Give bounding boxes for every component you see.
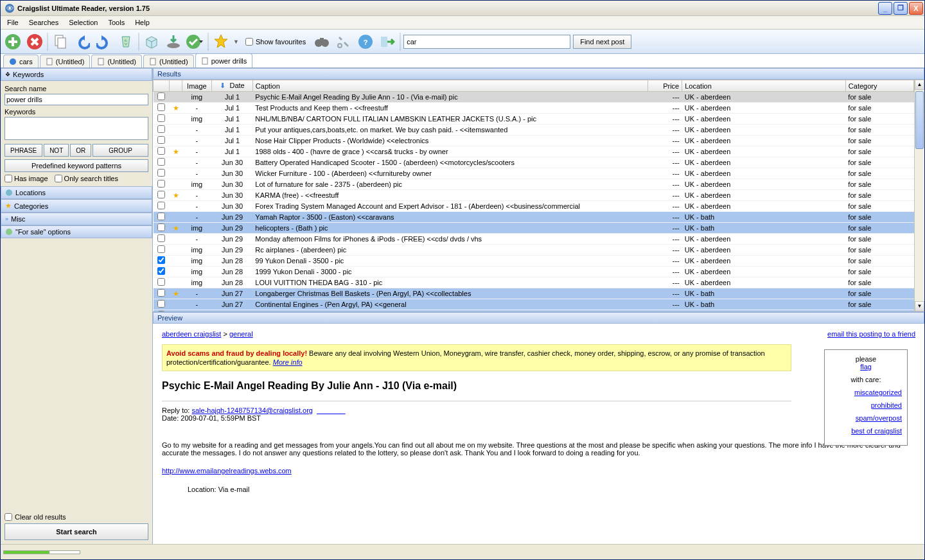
table-row[interactable]: imgJul 1NHL/MLB/NBA/ CARTOON FULL ITALIA… [154,114,914,125]
menu-searches[interactable]: Searches [25,17,62,28]
row-check[interactable] [157,245,165,253]
flag-link[interactable]: flag [830,363,902,371]
table-row[interactable]: -Jul 1Nose Hair Clipper Products - (Worl… [154,136,914,146]
binoculars-icon[interactable] [312,32,331,51]
star-icon[interactable]: ★ [173,191,179,199]
tab-0[interactable]: cars [3,55,39,67]
menu-tools[interactable]: Tools [104,17,128,28]
row-check[interactable] [157,125,165,133]
email-posting-link[interactable]: email this posting to a friend [827,330,915,338]
exit-button[interactable] [378,32,397,51]
search-name-input[interactable] [4,94,148,105]
col-caption[interactable]: Caption [252,80,648,92]
undo-button[interactable] [73,32,92,51]
categories-accordion[interactable]: ★Categories [1,199,152,213]
table-row[interactable]: ★-Jun 27Longaberger Christmas Bell Baske… [154,288,914,299]
col-location[interactable]: Location [682,80,846,92]
table-row[interactable]: -Jun 30Forex Trading System Managed Acco… [154,201,914,212]
maximize-button[interactable]: ❐ [894,2,908,15]
misc-accordion[interactable]: »Misc [1,213,152,225]
not-button[interactable]: NOT [44,144,69,157]
menu-help[interactable]: Help [131,17,154,28]
clear-old-check[interactable]: Clear old results [4,513,148,521]
close-button[interactable]: X [909,2,923,15]
table-row[interactable]: imgJun 2899 Yukon Denali - 3500 - pic---… [154,256,914,267]
flag-best[interactable]: best of craigslist [830,427,902,435]
table-row[interactable]: -Jun 29Yamah Raptor - 3500 - (Easton) <<… [154,212,914,223]
row-check[interactable] [157,92,165,100]
has-image-check[interactable]: Has image [4,175,48,182]
locations-accordion[interactable]: Locations [1,186,152,199]
col-star[interactable] [170,80,182,92]
flag-miscategorized[interactable]: miscategorized [830,389,902,396]
star-icon[interactable]: ★ [173,104,179,112]
row-check[interactable] [157,114,165,122]
table-row[interactable]: imgJun 28LOUI VUITTION THEDA BAG - 310 -… [154,277,914,288]
more-info-link[interactable]: More info [273,358,303,366]
table-row[interactable]: -Jun 30Battery Operated Handicaped Scoot… [154,157,914,168]
col-date[interactable]: ⬇ Date [212,80,253,92]
box-button[interactable] [142,32,161,51]
crumb-category[interactable]: general [229,330,253,338]
table-row[interactable]: imgJun 29Rc airplanes - (aberdeen) pic--… [154,245,914,256]
row-check[interactable] [157,213,165,220]
table-row[interactable]: ★-Jul 11988 olds - 400 - (havre de grace… [154,146,914,157]
row-check[interactable] [157,311,165,311]
favorite-button[interactable] [211,32,231,51]
row-check[interactable] [157,169,165,177]
ok-dropdown-button[interactable] [186,32,205,51]
tab-1[interactable]: (Untitled) [40,55,91,67]
tab-2[interactable]: (Untitled) [91,55,142,67]
table-row[interactable]: imgJun 30Lot of furnature for sale - 237… [154,179,914,190]
menu-selection[interactable]: Selection [65,17,101,28]
star-icon[interactable]: ★ [173,148,179,155]
redo-button[interactable] [94,32,114,51]
show-favourites-check[interactable]: Show favourites [245,38,306,46]
row-check[interactable] [157,300,165,308]
row-check[interactable] [157,103,165,111]
row-check[interactable] [157,278,165,286]
row-check[interactable] [157,202,165,209]
col-image[interactable]: Image [182,80,212,92]
table-row[interactable]: imgJun 281999 Yukon Denali - 3000 - pic-… [154,267,914,277]
post-url[interactable]: http://www.emailangelreadings.webs.com [162,467,292,475]
recycle-button[interactable] [116,32,136,51]
table-row[interactable]: ★-Jul 1Test Products and Keep them - <<f… [154,103,914,114]
flag-spam[interactable]: spam/overpost [830,414,902,422]
row-check[interactable] [157,147,165,155]
star-icon[interactable]: ★ [173,290,179,297]
keywords-accordion[interactable]: ❖Keywords [1,68,152,81]
search-input[interactable] [403,35,570,49]
copy-button[interactable] [51,32,70,51]
find-next-button[interactable]: Find next post [573,35,631,49]
scroll-thumb[interactable] [915,91,924,149]
star-icon[interactable]: ★ [173,224,179,232]
only-titles-check[interactable]: Only search titles [55,175,118,182]
row-check[interactable] [157,180,165,188]
phrase-button[interactable]: PHRASE [4,144,42,157]
start-search-button[interactable]: Start search [4,523,148,540]
scroll-down-icon[interactable]: ▼ [915,301,924,311]
predefined-button[interactable]: Predefined keyword patterns [4,159,148,172]
col-category[interactable]: Category [845,80,913,92]
row-check[interactable] [157,256,165,264]
tab-4[interactable]: power drills [195,53,253,67]
table-row[interactable]: imgJul 1Psychic E-Mail Angel Reading By … [154,92,914,103]
keywords-input[interactable] [4,117,148,140]
or-button[interactable]: OR [70,144,91,157]
forsale-accordion[interactable]: "For sale" options [1,225,152,238]
crumb-site[interactable]: aberdeen craigslist [162,330,221,338]
row-check[interactable] [157,136,165,144]
row-check[interactable] [157,158,165,166]
add-button[interactable] [3,32,22,51]
table-row[interactable]: -Jul 1Put your antiques,cars,boats,etc. … [154,125,914,136]
table-row[interactable]: -Jun 27Continental Engines - (Pen Argyl,… [154,299,914,310]
results-scrollbar[interactable]: ▲ ▼ [914,80,924,311]
flag-prohibited[interactable]: prohibited [830,401,902,409]
col-check[interactable] [154,80,170,92]
table-row[interactable]: -Jun 30Wicker Furniture - 100 - (Aberdee… [154,168,914,179]
table-row[interactable]: -Jun 29Monday afternoon Films for iPhone… [154,234,914,245]
download-button[interactable] [164,32,183,51]
row-check[interactable] [157,289,165,297]
col-price[interactable]: Price [648,80,682,92]
